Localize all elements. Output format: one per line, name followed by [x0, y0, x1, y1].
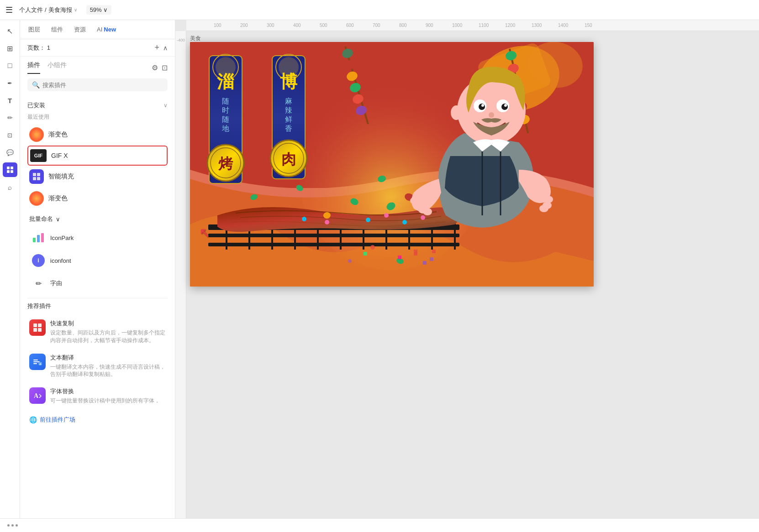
ziyu-icon: ✏: [31, 276, 46, 291]
text-translate-icon: A: [29, 354, 46, 370]
tool-select[interactable]: ↖: [3, 24, 17, 38]
tool-rectangle[interactable]: □: [3, 58, 17, 73]
search-input[interactable]: [42, 82, 163, 89]
batch-section: 批量命名 ∨ IconPark: [27, 211, 168, 294]
add-page-icon[interactable]: +: [154, 43, 159, 52]
recommend-item-text-translate[interactable]: A 文本翻译 一键翻译文本内容，快速生成不同语言设计稿，告别手动翻译和复制粘贴。: [27, 349, 168, 383]
plugin-tab-actions: ⚙ ⊡: [152, 63, 168, 72]
pages-label: 页数：: [27, 44, 45, 51]
svg-rect-120: [364, 252, 367, 256]
plugin-tab-group: 插件 小组件: [27, 61, 67, 74]
tab-layers[interactable]: 图层: [27, 20, 41, 39]
design-frame[interactable]: 淄 随 时 随 地 烤 博 麻 辣 鲜 香: [190, 42, 594, 287]
plugin-gifx-icon: GIF: [30, 149, 47, 162]
tab-ai-label: AI: [97, 26, 102, 33]
svg-rect-14: [38, 323, 42, 327]
recommend-item-font-replace[interactable]: A 字体替换 可一键批量替换设计稿中使用到的所有字体，: [27, 383, 168, 409]
plugin-smart-name: 智能填充: [48, 172, 74, 181]
dot1: [7, 524, 10, 527]
tool-sidebar: ↖ ⊞ □ ✒ T ✏ ⊡ 💬 ⌕: [0, 20, 20, 532]
tool-comment[interactable]: 💬: [3, 145, 17, 160]
plugin-item-gradient2[interactable]: 渐变色: [27, 188, 168, 209]
tool-pen[interactable]: ✒: [3, 76, 17, 90]
search-box: 🔍: [27, 78, 168, 91]
ziyu-name: 字由: [50, 279, 62, 287]
font-replace-desc: 可一键批量替换设计稿中使用到的所有字体，: [50, 397, 166, 405]
tool-text[interactable]: T: [3, 93, 17, 108]
installed-chevron-icon[interactable]: ∨: [163, 102, 168, 109]
canvas-area[interactable]: 100 200 300 400 500 600 700 800 900 1000…: [175, 20, 759, 532]
plugin-item-gradient1[interactable]: 渐变色: [27, 124, 168, 146]
batch-item-ziyu[interactable]: ✏ 字由: [29, 272, 168, 294]
pages-label-group: 页数： 1: [27, 44, 50, 52]
settings-icon[interactable]: ⚙: [152, 63, 158, 72]
batch-chevron-icon: ∨: [56, 216, 60, 223]
tool-component[interactable]: ⊡: [3, 128, 17, 142]
panel-content: 已安装 ∨ 最近使用 渐变色 GIF GIF X: [20, 96, 175, 532]
menu-icon[interactable]: ☰: [5, 5, 13, 15]
svg-point-106: [504, 104, 507, 107]
bottom-bar: [0, 518, 759, 532]
svg-text:鲜: 鲜: [285, 115, 292, 123]
breadcrumb-chevron[interactable]: ∨: [74, 7, 77, 12]
plugin-item-smart[interactable]: 智能填充: [27, 166, 168, 188]
svg-point-99: [539, 205, 548, 212]
marketplace-link[interactable]: 🌐 前往插件广场: [27, 411, 168, 428]
tab-widgets[interactable]: 小组件: [47, 61, 67, 74]
svg-rect-85: [432, 250, 436, 253]
panel-tabs: 图层 组件 资源 AI New: [20, 20, 175, 39]
collapse-pages-icon[interactable]: ∧: [163, 44, 168, 52]
svg-point-9: [30, 192, 43, 205]
text-translate-info: 文本翻译 一键翻译文本内容，快速生成不同语言设计稿，告别手动翻译和复制粘贴。: [50, 354, 166, 379]
zoom-value: 59%: [90, 6, 102, 13]
panel: 图层 组件 资源 AI New 页数： 1 + ∧ 插件 小组件: [20, 20, 175, 532]
grid-icon[interactable]: ⊡: [162, 63, 168, 72]
batch-header[interactable]: 批量命名 ∨: [27, 211, 168, 227]
svg-text:随: 随: [222, 97, 229, 105]
svg-text:地: 地: [221, 125, 229, 132]
svg-rect-119: [430, 257, 433, 261]
svg-text:A: A: [34, 392, 39, 399]
tool-frame[interactable]: ⊞: [3, 41, 17, 56]
svg-rect-84: [423, 261, 427, 265]
svg-rect-117: [398, 256, 401, 259]
svg-text:时: 时: [222, 106, 229, 114]
svg-text:烤: 烤: [218, 156, 233, 172]
batch-item-iconfont[interactable]: i iconfont: [29, 250, 168, 271]
tab-components[interactable]: 组件: [50, 20, 64, 39]
tab-resources[interactable]: 资源: [73, 20, 87, 39]
top-bar: ☰ 个人文件 / 美食海报 ∨ 59% ∨: [0, 0, 759, 20]
pages-row: 页数： 1 + ∧: [20, 39, 175, 57]
recommend-section: 推荐插件 快速复制: [27, 302, 168, 428]
pages-actions: + ∧: [154, 43, 168, 52]
plugin-gradient1-name: 渐变色: [48, 130, 68, 139]
svg-rect-7: [33, 177, 36, 180]
dot3: [16, 524, 18, 527]
tool-pencil[interactable]: ✏: [3, 110, 17, 125]
svg-text:香: 香: [285, 125, 292, 132]
plugin-smart-icon: [29, 169, 44, 184]
main-layout: ↖ ⊞ □ ✒ T ✏ ⊡ 💬 ⌕ 图层 组件 资源 AI New: [0, 20, 759, 532]
tool-search[interactable]: ⌕: [3, 180, 17, 194]
tool-plugins[interactable]: [3, 162, 17, 177]
ruler-vertical: -400: [175, 31, 186, 532]
dot2: [11, 524, 14, 527]
globe-icon: 🌐: [29, 416, 37, 423]
batch-item-iconpark[interactable]: IconPark: [29, 227, 168, 249]
installed-section-header: 已安装 ∨: [27, 101, 168, 110]
svg-rect-12: [41, 233, 44, 242]
plugin-item-gifx[interactable]: GIF GIF X: [27, 146, 168, 166]
breadcrumb-title[interactable]: 美食海报: [48, 6, 72, 14]
tab-ai[interactable]: AI New: [96, 20, 117, 39]
marketplace-link-text[interactable]: 前往插件广场: [40, 416, 75, 424]
breadcrumb-folder[interactable]: 个人文件: [19, 6, 43, 14]
svg-point-115: [325, 220, 329, 224]
iconfont-name: iconfont: [50, 257, 71, 264]
svg-rect-16: [38, 328, 42, 332]
tab-plugins[interactable]: 插件: [27, 61, 40, 74]
svg-point-107: [489, 112, 494, 118]
recommend-item-quick-copy[interactable]: 快速复制 设定数量、间距以及方向后，一键复制多个指定内容并自动排列，大幅节省手动…: [27, 315, 168, 349]
zoom-control[interactable]: 59% ∨: [86, 5, 111, 15]
svg-rect-10: [33, 238, 36, 242]
svg-text:肉: 肉: [281, 151, 296, 167]
